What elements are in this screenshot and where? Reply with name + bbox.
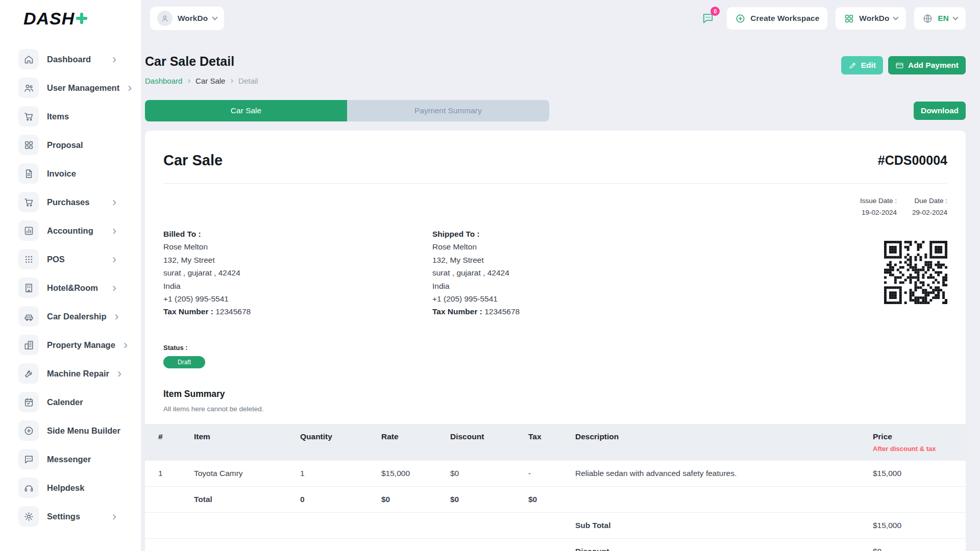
breadcrumb-separator-icon — [230, 76, 233, 86]
chevron-down-icon — [212, 14, 217, 20]
header-discount: Discount — [437, 424, 515, 461]
tab-payment-summary[interactable]: Payment Summary — [347, 100, 549, 121]
chat-icon — [23, 454, 34, 465]
dash-logo[interactable]: DASH — [0, 0, 141, 37]
sidebar-item-items[interactable]: Items — [0, 102, 141, 131]
topbar-actions: 0 Create Workspace WorkDo EN — [697, 7, 966, 30]
detail-tabs: Car Sale Payment Summary — [145, 100, 549, 121]
sidebar-item-messenger[interactable]: Messenger — [0, 445, 141, 473]
shipped-to-street: 132, My Street — [432, 255, 701, 265]
chevron-right-icon — [112, 196, 116, 208]
billed-to-street: 132, My Street — [163, 255, 432, 265]
due-date-value: 29-02-2024 — [912, 209, 947, 216]
item-price: $15,000 — [860, 461, 966, 487]
sidebar-item-purchases[interactable]: Purchases — [0, 188, 141, 216]
price-subheader: After discount & tax — [873, 445, 961, 453]
sidebar-item-proposal[interactable]: Proposal — [0, 131, 141, 159]
breadcrumb-dashboard[interactable]: Dashboard — [145, 77, 182, 85]
headset-icon — [23, 483, 34, 493]
sidebar-item-machine-repair[interactable]: Machine Repair — [0, 359, 141, 388]
workspace-selector[interactable]: WorkDo — [150, 7, 224, 30]
sidebar-item-hotel-room[interactable]: Hotel&Room — [0, 273, 141, 302]
sidebar-item-user-management[interactable]: User Management — [0, 73, 141, 102]
items-table: # Item Quantity Rate Discount Tax Descri… — [145, 424, 966, 551]
sidebar-item-dashboard[interactable]: Dashboard — [0, 45, 141, 73]
property-icon — [23, 340, 34, 350]
sidebar-item-pos[interactable]: POS — [0, 245, 141, 273]
summary-rows: Sub Total $15,000 Discount $0 Total $15,… — [145, 512, 966, 551]
edit-button-label: Edit — [861, 61, 876, 70]
item-summary-note: All items here cannot be deleted. — [163, 405, 947, 424]
shipped-to-city: surat , gujarat , 42424 — [432, 267, 701, 278]
chevron-right-icon — [112, 510, 116, 522]
header-description: Description — [562, 424, 860, 461]
add-payment-button[interactable]: Add Payment — [888, 56, 966, 74]
sidebar-item-label: Settings — [47, 512, 104, 521]
grid-icon — [23, 140, 34, 151]
billed-to-label: Billed To : — [163, 229, 432, 239]
grid-icon — [844, 13, 854, 24]
download-button[interactable]: Download — [914, 102, 966, 120]
sidebar: DASH Dashboard User Management Items Pro… — [0, 0, 141, 551]
sidebar-item-property-manage[interactable]: Property Manage — [0, 331, 141, 359]
item-num: 1 — [145, 461, 181, 487]
chevron-right-icon — [124, 339, 128, 351]
plus-circle-icon — [23, 425, 34, 436]
sidebar-item-label: Hotel&Room — [47, 283, 104, 293]
users-icon — [23, 83, 34, 93]
main-content: Car Sale Detail Dashboard Car Sale Detai… — [145, 0, 980, 551]
sidebar-item-settings[interactable]: Settings — [0, 502, 141, 531]
breadcrumb-separator-icon — [187, 76, 190, 86]
chevron-right-icon — [112, 282, 116, 294]
breadcrumb: Dashboard Car Sale Detail — [145, 76, 258, 86]
sidebar-item-invoice[interactable]: Invoice — [0, 159, 141, 188]
item-tax: - — [515, 461, 562, 487]
language-label: EN — [938, 14, 949, 23]
create-workspace-button[interactable]: Create Workspace — [727, 7, 827, 30]
sidebar-item-label: Side Menu Builder — [47, 426, 120, 436]
cart-icon — [23, 197, 34, 208]
logo-text: DASH — [23, 9, 75, 29]
plus-circle-icon — [735, 13, 746, 24]
header-price: Price After discount & tax — [860, 424, 966, 461]
sidebar-item-label: Helpdesk — [47, 483, 104, 493]
sidebar-item-label: Proposal — [47, 140, 104, 150]
status-badge: Draft — [163, 356, 205, 368]
language-selector[interactable]: EN — [914, 7, 966, 30]
billed-to-block: Billed To : Rose Melton 132, My Street s… — [163, 229, 432, 319]
qr-code — [884, 241, 947, 304]
chart-icon — [23, 226, 34, 236]
status-block: Status : Draft — [163, 344, 947, 368]
car-icon — [23, 311, 34, 322]
breadcrumb-car-sale[interactable]: Car Sale — [195, 77, 225, 85]
workdo-menu-button[interactable]: WorkDo — [836, 7, 906, 30]
shipped-to-country: India — [432, 281, 701, 291]
summary-value: $15,000 — [860, 512, 966, 538]
sidebar-item-calender[interactable]: Calender — [0, 388, 141, 416]
item-row: 1 Toyota Camry 1 $15,000 $0 - Reliable s… — [145, 461, 966, 487]
sidebar-item-car-dealership[interactable]: Car Dealership — [0, 302, 141, 331]
tab-car-sale[interactable]: Car Sale — [145, 100, 347, 121]
edit-button[interactable]: Edit — [841, 56, 883, 74]
messages-button[interactable]: 0 — [697, 8, 719, 29]
card-icon — [895, 61, 904, 70]
workdo-menu-label: WorkDo — [859, 14, 889, 23]
create-workspace-label: Create Workspace — [750, 14, 819, 23]
sidebar-item-accounting[interactable]: Accounting — [0, 216, 141, 245]
sidebar-item-side-menu-builder[interactable]: Side Menu Builder — [0, 416, 141, 445]
item-summary-title: Item Summary — [163, 389, 947, 399]
chevron-down-icon — [893, 14, 899, 20]
calendar-icon — [23, 397, 34, 408]
sidebar-item-helpdesk[interactable]: Helpdesk — [0, 473, 141, 502]
invoice-title: Car Sale — [163, 152, 223, 169]
summary-row: Discount $0 — [145, 538, 966, 551]
chevron-right-icon — [112, 224, 116, 237]
sidebar-item-label: Car Dealership — [47, 312, 106, 321]
billed-to-country: India — [163, 281, 432, 291]
invoice-card: Car Sale #CDS00004 Billed To : Rose Melt… — [145, 131, 966, 551]
issue-date-label: Issue Date : — [860, 197, 897, 205]
summary-value: $0 — [860, 538, 966, 551]
chevron-right-icon — [128, 82, 132, 94]
summary-label: Sub Total — [562, 512, 860, 538]
total-rate: $0 — [368, 486, 437, 512]
